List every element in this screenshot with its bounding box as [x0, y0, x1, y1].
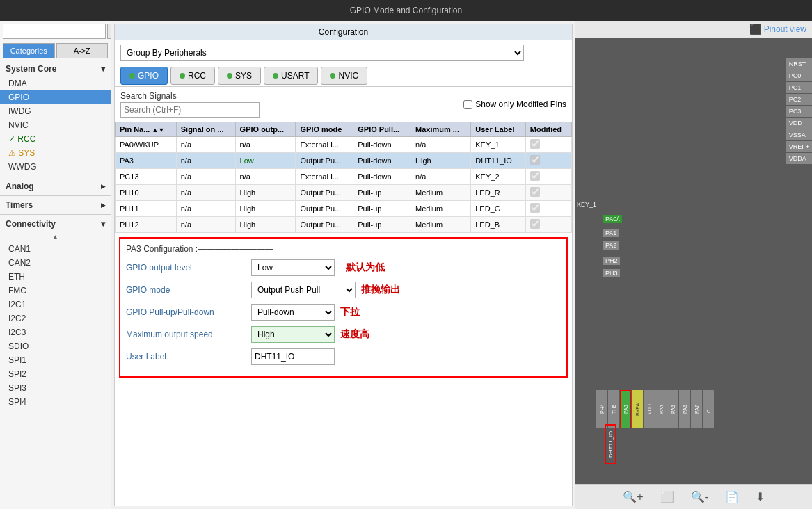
cell-maximum: n/a [411, 137, 471, 153]
sidebar-item-can1[interactable]: CAN1 [0, 242, 111, 256]
table-row[interactable]: PH10 n/a High Output Pu... Pull-up Mediu… [116, 185, 572, 201]
sidebar-item-sdio[interactable]: SDIO [0, 339, 111, 353]
table-row[interactable]: PA0/WKUP n/a n/a External I... Pull-down… [116, 137, 572, 153]
analog-header[interactable]: Analog ▸ [0, 179, 111, 194]
cell-gpio-mode: Output Pu... [296, 217, 353, 233]
sidebar-item-i2c2[interactable]: I2C2 [0, 312, 111, 325]
signal-table-head: Pin Na... ▲▼ Signal on ... GPIO outp... … [116, 122, 572, 137]
gpio-mode-annotation: 推挽输出 [361, 284, 400, 296]
sidebar-item-fmc[interactable]: FMC [0, 284, 111, 298]
search-signals-input[interactable] [120, 102, 260, 118]
fit-btn[interactable]: ⬜ [660, 490, 674, 503]
cell-maximum: High [411, 153, 471, 169]
th-gpio-pull[interactable]: GPIO Pull... [353, 122, 411, 137]
gpio-mode-label: GPIO mode [126, 285, 251, 295]
th-modified[interactable]: Modified [525, 122, 571, 137]
tab-rcc[interactable]: RCC [170, 67, 215, 85]
zoom-out-btn[interactable]: 🔍- [691, 490, 708, 503]
th-gpio-mode[interactable]: GPIO mode [296, 122, 353, 137]
cell-signal: n/a [176, 137, 235, 153]
max-speed-row: Maximum output speed Low Medium High Ver… [126, 326, 561, 343]
bottom-pin-ph4: PH4 [596, 390, 607, 428]
zoom-in-btn[interactable]: 🔍+ [623, 490, 643, 503]
key1-label: KEY_1 [577, 201, 596, 208]
bottom-pin-pa6: PA6 [679, 390, 690, 428]
show-modified-row: Show only Modified Pins [463, 99, 566, 109]
sidebar-item-i2c3[interactable]: I2C3 [0, 325, 111, 339]
signal-table-header-row: Pin Na... ▲▼ Signal on ... GPIO outp... … [116, 122, 572, 137]
pa2-label: PA2 [603, 241, 619, 250]
pa3-config-header: PA3 Configuration :————————— [126, 244, 561, 254]
nvic-dot [330, 73, 335, 79]
system-core-header[interactable]: System Core ▾ [0, 61, 111, 76]
tab-nvic[interactable]: NVIC [321, 67, 367, 85]
gpio-mode-wrap: Output Push Pull Output Open Drain 推挽输出 [251, 282, 400, 298]
cell-modified [525, 185, 571, 201]
dht11-io-label: DHT11_IO [607, 427, 614, 462]
sidebar-item-rcc[interactable]: ✓ RCC [0, 132, 111, 146]
cell-user-label: LED_G [471, 201, 526, 217]
tab-gpio[interactable]: GPIO [120, 67, 168, 85]
sidebar-section-system-core: System Core ▾ DMA GPIO IWDG NVIC ✓ RCC ⚠… [0, 60, 111, 175]
sidebar-item-spi1[interactable]: SPI1 [0, 353, 111, 367]
gpio-mode-select[interactable]: Output Push Pull Output Open Drain [251, 282, 356, 298]
sidebar-item-spi2[interactable]: SPI2 [0, 367, 111, 381]
sidebar-item-gpio[interactable]: GPIO [0, 90, 111, 104]
sidebar-item-eth[interactable]: ETH [0, 270, 111, 284]
cell-gpio-mode: External I... [296, 169, 353, 185]
cell-gpio-out: High [235, 201, 296, 217]
pa0-label: PA0/. [603, 215, 622, 223]
gpio-output-level-select[interactable]: Low High [251, 259, 335, 276]
sidebar-item-sys[interactable]: ⚠ SYS [0, 146, 111, 160]
cell-user-label: KEY_2 [471, 169, 526, 185]
bottom-pin-pa4: PA4 [655, 390, 667, 428]
show-modified-label: Show only Modified Pins [475, 99, 566, 109]
table-row[interactable]: PC13 n/a n/a External I... Pull-down n/a… [116, 169, 572, 185]
max-speed-select[interactable]: Low Medium High Very High [251, 326, 335, 343]
sidebar-item-spi4[interactable]: SPI4 [0, 395, 111, 409]
table-row[interactable]: PA3 n/a Low Output Pu... Pull-down High … [116, 153, 572, 169]
sidebar-item-iwdg[interactable]: IWDG [0, 104, 111, 118]
window-title: GPIO Mode and Configuration [350, 6, 462, 15]
sidebar-item-spi3[interactable]: SPI3 [0, 381, 111, 395]
pin-vref: VREF+ [786, 141, 812, 152]
th-user-label[interactable]: User Label [471, 122, 526, 137]
sidebar-search-input[interactable] [3, 24, 106, 39]
sidebar-item-dma[interactable]: DMA [0, 76, 111, 90]
cell-gpio-pull: Pull-down [353, 137, 411, 153]
cell-user-label: LED_B [471, 217, 526, 233]
tab-sys[interactable]: SYS [218, 67, 261, 85]
group-by-select[interactable]: Group By Peripherals Group By GPIO Ports… [120, 45, 524, 61]
sidebar-item-wwdg[interactable]: WWDG [0, 160, 111, 174]
connectivity-header[interactable]: Connectivity ▾ [0, 216, 111, 232]
tab-az[interactable]: A->Z [56, 43, 109, 58]
table-row[interactable]: PH11 n/a High Output Pu... Pull-up Mediu… [116, 201, 572, 217]
tab-categories[interactable]: Categories [3, 43, 55, 58]
th-maximum[interactable]: Maximum ... [411, 122, 471, 137]
scroll-up-arrow[interactable]: ▲ [0, 232, 111, 242]
th-pin-name[interactable]: Pin Na... ▲▼ [116, 122, 177, 137]
show-modified-checkbox[interactable] [463, 100, 472, 109]
cell-gpio-out: High [235, 217, 296, 233]
user-label-input[interactable] [251, 348, 335, 365]
cell-modified [525, 153, 571, 169]
download-btn[interactable]: ⬇ [756, 490, 765, 503]
tab-usart[interactable]: USART [264, 67, 318, 85]
pin-pc3: PC3 [786, 106, 812, 117]
config-area: Configuration Group By Peripherals Group… [114, 24, 573, 506]
cell-gpio-mode: Output Pu... [296, 185, 353, 201]
cell-pin: PH12 [116, 217, 177, 233]
cell-modified [525, 137, 571, 153]
sidebar-item-i2c1[interactable]: I2C1 [0, 298, 111, 312]
th-gpio-outp[interactable]: GPIO outp... [235, 122, 296, 137]
export-btn[interactable]: 📄 [725, 490, 739, 503]
sidebar-item-can2[interactable]: CAN2 [0, 256, 111, 270]
bottom-pin-pa3: PA3 [620, 390, 631, 428]
gpio-pull-select[interactable]: No pull-up and no pull-down Pull-up Pull… [251, 304, 335, 321]
sidebar-item-nvic[interactable]: NVIC [0, 118, 111, 132]
timers-header[interactable]: Timers ▸ [0, 197, 111, 213]
table-row[interactable]: PH12 n/a High Output Pu... Pull-up Mediu… [116, 217, 572, 233]
rcc-dot [180, 73, 185, 79]
pinout-header-label: Pinout view [764, 24, 806, 34]
th-signal-on[interactable]: Signal on ... [176, 122, 235, 137]
